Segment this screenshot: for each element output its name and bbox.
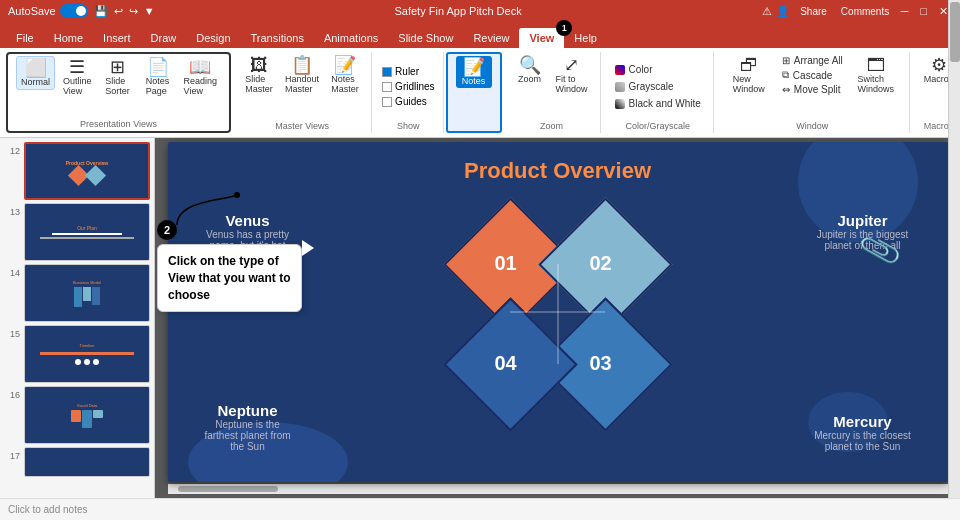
notes-btn[interactable]: 📝 Notes: [456, 56, 492, 88]
slide-img-14[interactable]: Business Model: [24, 264, 150, 322]
master-views-group: 🖼 SlideMaster 📋 HandoutMaster 📝 NotesMas…: [233, 52, 372, 133]
ribbon: ⬜ Normal ☰ OutlineView ⊞ SlideSorter 📄 N…: [0, 48, 960, 138]
zoom-btn[interactable]: 🔍 Zoom: [512, 54, 548, 86]
autosave-toggle[interactable]: [60, 4, 88, 18]
window-items: 🗗 NewWindow ⊞Arrange All ⧉Cascade ⇔Move …: [724, 54, 901, 119]
notes-text[interactable]: Click to add notes: [8, 504, 88, 515]
title-bar-left: AutoSave 💾 ↩ ↪ ▼: [8, 4, 155, 18]
arrange-all-btn[interactable]: ⊞Arrange All: [778, 54, 847, 67]
slide-num-15: 15: [4, 329, 20, 339]
gridlines-check: [382, 82, 392, 92]
slide-num-13: 13: [4, 207, 20, 217]
annotation-bubble: 2 Click on the type of View that you wan…: [157, 220, 302, 312]
num-04: 04: [495, 352, 517, 375]
notes-btn-icon: 📝: [463, 58, 485, 76]
slide-num-12: 12: [4, 146, 20, 156]
new-window-btn[interactable]: 🗗 NewWindow: [724, 54, 774, 96]
ruler-checkbox[interactable]: Ruler: [382, 66, 419, 77]
connector-svg: [433, 197, 683, 447]
tab-insert[interactable]: Insert: [93, 28, 141, 48]
document-title: Safety Fin App Pitch Deck: [394, 5, 521, 17]
switch-windows-btn[interactable]: 🗔 SwitchWindows: [851, 54, 901, 96]
handout-master-btn[interactable]: 📋 HandoutMaster: [281, 54, 323, 96]
bw-btn[interactable]: Black and White: [611, 97, 705, 110]
cascade-btn[interactable]: ⧉Cascade: [778, 68, 847, 82]
tab-animations[interactable]: Animations: [314, 28, 388, 48]
arrange-group: ⊞Arrange All ⧉Cascade ⇔Move Split: [778, 54, 847, 96]
slide-thumb-12[interactable]: 12 Product Overview: [4, 142, 150, 200]
slide-img-17[interactable]: [24, 447, 150, 477]
h-scrollbar[interactable]: [168, 484, 948, 494]
color-icon: [615, 65, 625, 75]
move-split-btn[interactable]: ⇔Move Split: [778, 83, 847, 96]
slide-thumb-16[interactable]: 16 Visual Data: [4, 386, 150, 444]
fit-window-icon: ⤢: [564, 56, 579, 74]
gridlines-checkbox[interactable]: Gridlines: [382, 81, 434, 92]
slide-master-btn[interactable]: 🖼 SlideMaster: [241, 54, 277, 96]
window-title: Window: [796, 119, 828, 131]
notes-bar[interactable]: Click to add notes: [0, 498, 960, 520]
neptune-label: Neptune Neptune is the farthest planet f…: [198, 402, 298, 452]
svg-point-0: [234, 192, 240, 198]
slide-panel[interactable]: 12 Product Overview 13 Our Plan: [0, 138, 155, 498]
window-row1: 🗗 NewWindow ⊞Arrange All ⧉Cascade ⇔Move …: [724, 54, 901, 96]
tab-design[interactable]: Design: [186, 28, 240, 48]
slide-thumb-15[interactable]: 15 Timeline: [4, 325, 150, 383]
notes-page-btn[interactable]: 📄 NotesPage: [140, 56, 176, 98]
slide-img-15[interactable]: Timeline: [24, 325, 150, 383]
slide-thumb-17[interactable]: 17: [4, 447, 150, 477]
guides-checkbox[interactable]: Guides: [382, 96, 427, 107]
grayscale-btn[interactable]: Grayscale: [611, 80, 678, 93]
slide-img-16[interactable]: Visual Data: [24, 386, 150, 444]
restore-btn[interactable]: □: [916, 5, 931, 17]
slide-thumb-13[interactable]: 13 Our Plan: [4, 203, 150, 261]
slide-sorter-btn[interactable]: ⊞ SlideSorter: [100, 56, 136, 98]
new-window-icon: 🗗: [740, 56, 758, 74]
tab-slideshow[interactable]: Slide Show: [388, 28, 463, 48]
redo-icon[interactable]: ↪: [129, 5, 138, 18]
slide-img-13[interactable]: Our Plan: [24, 203, 150, 261]
title-bar-title: Safety Fin App Pitch Deck: [155, 5, 762, 17]
notes-group: 📝 Notes: [446, 52, 502, 133]
zoom-icon: 🔍: [519, 56, 541, 74]
presentation-views-group: ⬜ Normal ☰ OutlineView ⊞ SlideSorter 📄 N…: [6, 52, 231, 133]
show-group: Ruler Gridlines Guides Show: [374, 52, 443, 133]
minimize-btn[interactable]: ─: [897, 5, 913, 17]
tab-file[interactable]: File: [6, 28, 44, 48]
slide-thumb-14[interactable]: 14 Business Model: [4, 264, 150, 322]
normal-view-btn[interactable]: ⬜ Normal: [16, 56, 55, 90]
slide-img-12[interactable]: Product Overview: [24, 142, 150, 200]
mercury-name: Mercury: [808, 413, 918, 430]
notes-page-icon: 📄: [147, 58, 169, 76]
reading-view-btn[interactable]: 📖 ReadingView: [180, 56, 222, 98]
fit-window-btn[interactable]: ⤢ Fit toWindow: [552, 54, 592, 96]
slide-mini-12: Product Overview: [26, 144, 148, 198]
color-title: Color/Grayscale: [625, 119, 690, 131]
num-03: 03: [590, 352, 612, 375]
content-area: 2 Click on the type of View that you wan…: [155, 138, 960, 498]
zoom-group: 🔍 Zoom ⤢ Fit toWindow Zoom: [504, 52, 601, 133]
tab-draw[interactable]: Draw: [141, 28, 187, 48]
share-button[interactable]: Share: [794, 5, 834, 17]
account-icon[interactable]: 👤: [776, 5, 790, 18]
v-scrollbar[interactable]: [948, 0, 960, 498]
color-btn[interactable]: Color: [611, 63, 657, 76]
v-scroll-thumb: [950, 2, 960, 62]
outline-view-btn[interactable]: ☰ OutlineView: [59, 56, 96, 98]
presentation-views-items: ⬜ Normal ☰ OutlineView ⊞ SlideSorter 📄 N…: [16, 56, 221, 117]
annotation-arrow: [167, 190, 247, 225]
undo-icon[interactable]: ↩: [114, 5, 123, 18]
slide-mini-15: Timeline: [25, 326, 149, 382]
tab-review[interactable]: Review: [463, 28, 519, 48]
notes-master-btn[interactable]: 📝 NotesMaster: [327, 54, 363, 96]
save-icon[interactable]: 💾: [94, 5, 108, 18]
switch-windows-icon: 🗔: [867, 56, 885, 74]
tab-transitions[interactable]: Transitions: [241, 28, 314, 48]
tab-view[interactable]: View 1: [519, 28, 564, 48]
tab-home[interactable]: Home: [44, 28, 93, 48]
diamond-grid: 01 02 03 04: [433, 197, 683, 447]
customize-icon[interactable]: ▼: [144, 5, 155, 17]
comments-button[interactable]: Comments: [838, 5, 893, 17]
autosave-label: AutoSave: [8, 5, 56, 17]
bw-icon: [615, 99, 625, 109]
